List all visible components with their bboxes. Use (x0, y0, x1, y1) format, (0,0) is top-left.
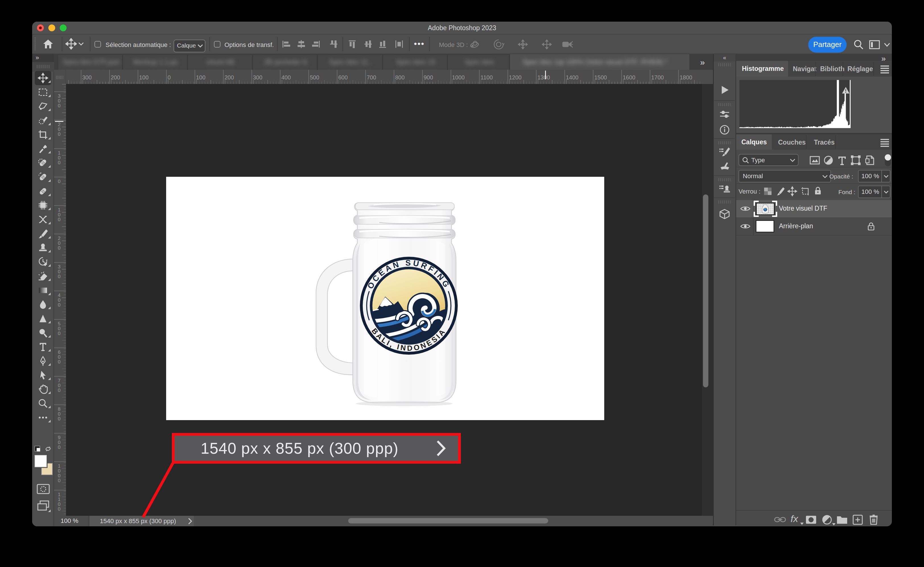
svg-text:1540 px x 855 px (300 ppp): 1540 px x 855 px (300 ppp) (201, 439, 399, 457)
